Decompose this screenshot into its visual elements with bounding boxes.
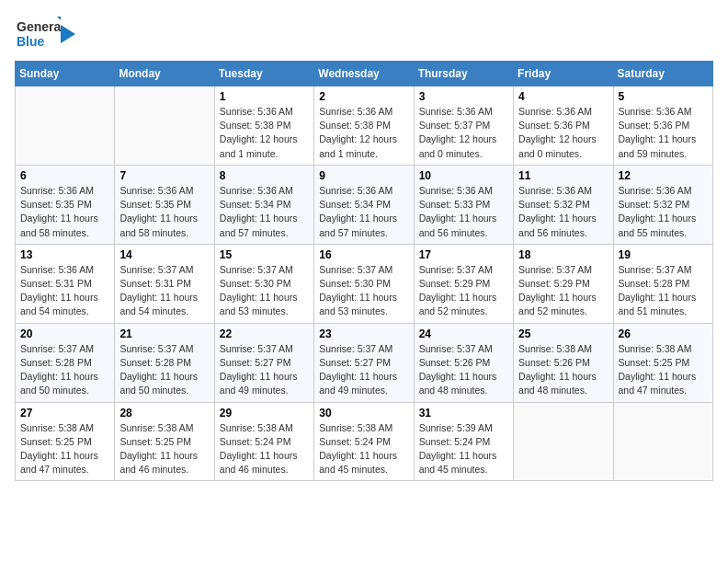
day-info: Sunrise: 5:38 AMSunset: 5:25 PMDaylight:… (119, 421, 209, 477)
day-info: Sunrise: 5:37 AMSunset: 5:28 PMDaylight:… (119, 342, 209, 398)
day-number: 3 (419, 90, 508, 103)
calendar-cell: 30Sunrise: 5:38 AMSunset: 5:24 PMDayligh… (314, 402, 414, 481)
day-number: 15 (220, 248, 309, 261)
day-number: 8 (220, 169, 309, 182)
weekday-header: Tuesday (214, 62, 313, 86)
day-info: Sunrise: 5:37 AMSunset: 5:27 PMDaylight:… (220, 342, 309, 398)
calendar-cell: 26Sunrise: 5:38 AMSunset: 5:25 PMDayligh… (613, 323, 712, 402)
calendar-cell: 8Sunrise: 5:36 AMSunset: 5:34 PMDaylight… (214, 165, 313, 244)
page-header: General Blue (15, 15, 713, 53)
day-info: Sunrise: 5:36 AMSunset: 5:36 PMDaylight:… (518, 105, 608, 161)
calendar-cell: 31Sunrise: 5:39 AMSunset: 5:24 PMDayligh… (414, 402, 513, 481)
day-number: 12 (619, 169, 708, 182)
day-info: Sunrise: 5:37 AMSunset: 5:28 PMDaylight:… (20, 342, 109, 398)
calendar-cell (613, 402, 712, 481)
weekday-header: Wednesday (314, 62, 414, 86)
day-number: 9 (319, 169, 408, 182)
calendar-week-row: 20Sunrise: 5:37 AMSunset: 5:28 PMDayligh… (16, 323, 713, 402)
calendar-cell: 15Sunrise: 5:37 AMSunset: 5:30 PMDayligh… (214, 244, 313, 323)
day-number: 27 (20, 407, 109, 419)
day-info: Sunrise: 5:37 AMSunset: 5:29 PMDaylight:… (419, 263, 508, 319)
day-info: Sunrise: 5:36 AMSunset: 5:34 PMDaylight:… (220, 184, 309, 240)
day-info: Sunrise: 5:38 AMSunset: 5:24 PMDaylight:… (220, 421, 309, 477)
day-number: 17 (419, 248, 508, 261)
calendar-cell: 7Sunrise: 5:36 AMSunset: 5:35 PMDaylight… (115, 165, 214, 244)
day-info: Sunrise: 5:37 AMSunset: 5:30 PMDaylight:… (319, 263, 408, 319)
day-info: Sunrise: 5:36 AMSunset: 5:34 PMDaylight:… (319, 184, 408, 240)
day-number: 21 (119, 327, 209, 340)
day-number: 23 (319, 327, 408, 340)
calendar-cell: 13Sunrise: 5:36 AMSunset: 5:31 PMDayligh… (16, 244, 115, 323)
day-number: 13 (20, 248, 109, 261)
day-info: Sunrise: 5:36 AMSunset: 5:38 PMDaylight:… (319, 105, 408, 161)
day-number: 24 (419, 327, 508, 340)
calendar-cell: 29Sunrise: 5:38 AMSunset: 5:24 PMDayligh… (214, 402, 313, 481)
day-number: 4 (518, 90, 608, 103)
day-info: Sunrise: 5:39 AMSunset: 5:24 PMDaylight:… (419, 421, 508, 477)
day-number: 16 (319, 248, 408, 261)
day-number: 20 (20, 327, 109, 340)
day-info: Sunrise: 5:36 AMSunset: 5:32 PMDaylight:… (619, 184, 708, 240)
weekday-header: Monday (115, 62, 214, 86)
calendar-cell (16, 86, 115, 166)
day-number: 14 (119, 248, 209, 261)
calendar-week-row: 6Sunrise: 5:36 AMSunset: 5:35 PMDaylight… (16, 165, 713, 244)
day-info: Sunrise: 5:36 AMSunset: 5:36 PMDaylight:… (619, 105, 708, 161)
calendar-cell: 28Sunrise: 5:38 AMSunset: 5:25 PMDayligh… (115, 402, 214, 481)
calendar-header-row: SundayMondayTuesdayWednesdayThursdayFrid… (16, 62, 713, 86)
day-number: 31 (419, 407, 508, 419)
calendar-cell: 6Sunrise: 5:36 AMSunset: 5:35 PMDaylight… (16, 165, 115, 244)
day-info: Sunrise: 5:37 AMSunset: 5:26 PMDaylight:… (419, 342, 508, 398)
day-info: Sunrise: 5:36 AMSunset: 5:35 PMDaylight:… (119, 184, 209, 240)
calendar-cell: 4Sunrise: 5:36 AMSunset: 5:36 PMDaylight… (514, 86, 613, 166)
day-number: 26 (619, 327, 708, 340)
calendar-cell: 16Sunrise: 5:37 AMSunset: 5:30 PMDayligh… (314, 244, 414, 323)
logo-arrow (61, 25, 75, 43)
calendar-cell: 5Sunrise: 5:36 AMSunset: 5:36 PMDaylight… (613, 86, 712, 166)
calendar-cell: 1Sunrise: 5:36 AMSunset: 5:38 PMDaylight… (214, 86, 313, 166)
day-number: 29 (220, 407, 309, 419)
day-number: 18 (518, 248, 608, 261)
calendar-cell: 11Sunrise: 5:36 AMSunset: 5:32 PMDayligh… (514, 165, 613, 244)
day-info: Sunrise: 5:36 AMSunset: 5:32 PMDaylight:… (518, 184, 608, 240)
day-number: 6 (20, 169, 109, 182)
day-info: Sunrise: 5:36 AMSunset: 5:38 PMDaylight:… (220, 105, 309, 161)
calendar-cell: 27Sunrise: 5:38 AMSunset: 5:25 PMDayligh… (16, 402, 115, 481)
calendar-cell: 22Sunrise: 5:37 AMSunset: 5:27 PMDayligh… (214, 323, 313, 402)
day-number: 25 (518, 327, 608, 340)
calendar-week-row: 13Sunrise: 5:36 AMSunset: 5:31 PMDayligh… (16, 244, 713, 323)
day-number: 5 (619, 90, 708, 103)
calendar-cell: 3Sunrise: 5:36 AMSunset: 5:37 PMDaylight… (414, 86, 513, 166)
day-info: Sunrise: 5:36 AMSunset: 5:33 PMDaylight:… (419, 184, 508, 240)
day-info: Sunrise: 5:37 AMSunset: 5:30 PMDaylight:… (220, 263, 309, 319)
day-info: Sunrise: 5:36 AMSunset: 5:31 PMDaylight:… (20, 263, 109, 319)
day-info: Sunrise: 5:38 AMSunset: 5:25 PMDaylight:… (20, 421, 109, 477)
calendar-table: SundayMondayTuesdayWednesdayThursdayFrid… (15, 61, 713, 481)
day-info: Sunrise: 5:37 AMSunset: 5:27 PMDaylight:… (319, 342, 408, 398)
logo: General Blue (15, 15, 75, 53)
day-info: Sunrise: 5:37 AMSunset: 5:29 PMDaylight:… (518, 263, 608, 319)
calendar-cell: 2Sunrise: 5:36 AMSunset: 5:38 PMDaylight… (314, 86, 414, 166)
day-info: Sunrise: 5:36 AMSunset: 5:35 PMDaylight:… (20, 184, 109, 240)
day-info: Sunrise: 5:38 AMSunset: 5:26 PMDaylight:… (518, 342, 608, 398)
weekday-header: Saturday (613, 62, 712, 86)
calendar-cell: 9Sunrise: 5:36 AMSunset: 5:34 PMDaylight… (314, 165, 414, 244)
day-info: Sunrise: 5:36 AMSunset: 5:37 PMDaylight:… (419, 105, 508, 161)
day-number: 2 (319, 90, 408, 103)
calendar-cell: 24Sunrise: 5:37 AMSunset: 5:26 PMDayligh… (414, 323, 513, 402)
day-number: 10 (419, 169, 508, 182)
weekday-header: Sunday (16, 62, 115, 86)
weekday-header: Thursday (414, 62, 513, 86)
calendar-cell: 14Sunrise: 5:37 AMSunset: 5:31 PMDayligh… (115, 244, 214, 323)
svg-marker-3 (61, 25, 75, 43)
calendar-cell (514, 402, 613, 481)
day-number: 22 (220, 327, 309, 340)
weekday-header: Friday (514, 62, 613, 86)
day-number: 11 (518, 169, 608, 182)
svg-text:Blue: Blue (17, 34, 45, 49)
day-number: 30 (319, 407, 408, 419)
svg-text:General: General (17, 19, 61, 34)
calendar-cell: 23Sunrise: 5:37 AMSunset: 5:27 PMDayligh… (314, 323, 414, 402)
calendar-cell: 21Sunrise: 5:37 AMSunset: 5:28 PMDayligh… (115, 323, 214, 402)
calendar-cell: 10Sunrise: 5:36 AMSunset: 5:33 PMDayligh… (414, 165, 513, 244)
